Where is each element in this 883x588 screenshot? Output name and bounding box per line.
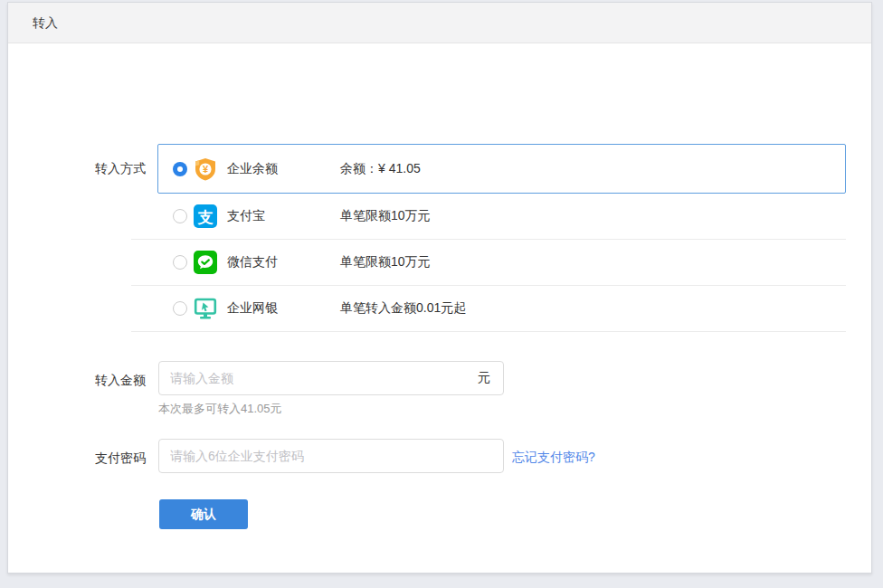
method-option-desc: 单笔转入金额0.01元起 [340, 300, 466, 317]
alipay-icon: 支 [194, 204, 217, 228]
method-option-name: 支付宝 [227, 208, 340, 224]
enterprise-balance-shield-icon: ¥ [194, 157, 217, 181]
method-option-online-bank[interactable]: 企业网银 单笔转入金额0.01元起 [131, 286, 846, 332]
amount-hint: 本次最多可转入41.05元 [158, 401, 282, 417]
method-options: ¥ 企业余额 余额：¥ 41.05 支 支付宝 单笔限额10万元 [131, 144, 846, 332]
radio-enterprise-balance[interactable] [173, 162, 187, 176]
radio-online-bank[interactable] [173, 301, 187, 316]
transfer-in-panel: 转入 转入方式 ¥ 企业余额 余额：¥ 41.05 支 [7, 2, 872, 574]
amount-unit: 元 [478, 370, 503, 386]
transfer-form: 转入方式 ¥ 企业余额 余额：¥ 41.05 支 支付宝 [8, 43, 871, 573]
confirm-button[interactable]: 确认 [159, 499, 248, 529]
method-option-name: 企业网银 [227, 300, 340, 317]
enterprise-online-bank-icon [194, 297, 217, 320]
radio-alipay[interactable] [173, 209, 187, 223]
password-input[interactable] [159, 440, 503, 472]
wechat-pay-icon [194, 251, 217, 274]
method-option-enterprise-balance[interactable]: ¥ 企业余额 余额：¥ 41.05 [157, 144, 846, 194]
method-option-name: 企业余额 [227, 161, 340, 177]
forgot-password-link[interactable]: 忘记支付密码? [512, 450, 595, 466]
method-option-alipay[interactable]: 支 支付宝 单笔限额10万元 [131, 194, 846, 240]
method-option-desc: 单笔限额10万元 [340, 208, 431, 224]
method-option-desc: 单笔限额10万元 [340, 254, 431, 270]
amount-input[interactable] [159, 362, 478, 394]
amount-input-wrap: 元 [158, 361, 504, 395]
method-option-wechat-pay[interactable]: 微信支付 单笔限额10万元 [131, 240, 846, 286]
method-label: 转入方式 [8, 159, 146, 177]
svg-text:支: 支 [197, 209, 214, 226]
panel-title: 转入 [8, 3, 871, 43]
method-option-desc: 余额：¥ 41.05 [340, 161, 421, 177]
svg-text:¥: ¥ [203, 164, 209, 175]
radio-wechat-pay[interactable] [173, 255, 187, 270]
password-label: 支付密码 [8, 449, 146, 467]
password-input-wrap [158, 439, 504, 473]
method-option-name: 微信支付 [227, 254, 340, 270]
amount-label: 转入金额 [8, 371, 146, 389]
